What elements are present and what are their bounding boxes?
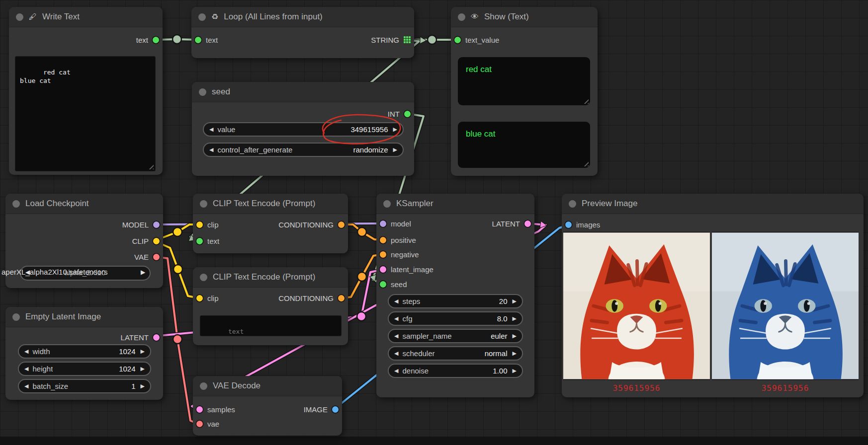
node-header[interactable]: 👁 Show (Text) — [451, 7, 598, 27]
input-dot-latent-image[interactable] — [380, 266, 386, 273]
node-load-checkpoint[interactable]: Load Checkpoint MODEL CLIP VAE aperXL_al… — [5, 194, 163, 288]
node-write-text[interactable]: 🖋 Write Text text red cat blue cat — [9, 7, 163, 175]
increment-arrow[interactable]: ▶ — [141, 348, 145, 355]
output-slot-image[interactable]: IMAGE — [304, 404, 339, 415]
widget-batch-size[interactable]: ◀ batch_size 1 ▶ — [18, 379, 151, 393]
input-slot-text-value[interactable]: text_value — [454, 34, 499, 45]
increment-arrow[interactable]: ▶ — [513, 368, 517, 374]
output-dot-image[interactable] — [332, 406, 339, 413]
input-slot-positive[interactable]: positive — [380, 234, 416, 245]
shown-text-box[interactable]: blue cat — [458, 122, 590, 168]
collapse-dot[interactable] — [383, 200, 391, 208]
reroute-dot[interactable] — [428, 35, 436, 44]
widget-width[interactable]: ◀ width 1024 ▶ — [18, 344, 151, 359]
node-loop[interactable]: ♻ Loop (All Lines from input) text STRIN… — [191, 7, 414, 58]
input-slot-text[interactable]: text — [196, 235, 219, 246]
output-slot-clip[interactable]: CLIP — [132, 235, 160, 246]
increment-arrow[interactable]: ▶ — [513, 333, 517, 339]
preview-red-cat-image[interactable] — [563, 232, 710, 380]
increment-arrow[interactable]: ▶ — [393, 147, 397, 153]
output-dot-vae[interactable] — [153, 254, 160, 260]
input-dot-clip[interactable] — [196, 295, 203, 301]
collapse-dot[interactable] — [200, 382, 207, 390]
output-slot-model[interactable]: MODEL — [122, 219, 160, 230]
output-dot-clip[interactable] — [153, 238, 160, 244]
collapse-dot[interactable] — [200, 274, 207, 281]
increment-arrow[interactable]: ▶ — [513, 350, 517, 357]
node-header[interactable]: Empty Latent Image — [5, 307, 163, 327]
decrement-arrow[interactable]: ◀ — [209, 147, 213, 153]
decrement-arrow[interactable]: ◀ — [394, 315, 398, 322]
output-dot-latent[interactable] — [153, 334, 160, 341]
input-slot-negative[interactable]: negative — [380, 249, 419, 260]
node-header[interactable]: seed — [192, 82, 414, 102]
decrement-arrow[interactable]: ◀ — [394, 368, 398, 374]
collapse-dot[interactable] — [12, 313, 20, 321]
node-ksampler[interactable]: KSampler model positive negative latent_… — [376, 194, 534, 397]
next-checkpoint-arrow[interactable]: ▶ — [141, 269, 145, 276]
output-slot-latent[interactable]: LATENT — [121, 332, 160, 343]
widget-steps[interactable]: ◀ steps 20 ▶ — [388, 294, 523, 308]
node-header[interactable]: KSampler — [376, 194, 534, 214]
widget-scheduler[interactable]: ◀ scheduler normal ▶ — [388, 346, 523, 361]
input-slot-images[interactable]: images — [565, 219, 600, 230]
output-dot-text[interactable] — [153, 37, 159, 43]
collapse-dot[interactable] — [16, 13, 23, 21]
node-empty-latent[interactable]: Empty Latent Image LATENT ◀ width 1024 ▶… — [5, 307, 163, 400]
node-header[interactable]: CLIP Text Encode (Prompt) — [193, 267, 348, 288]
output-slot-conditioning[interactable]: CONDITIONING — [278, 293, 345, 303]
input-slot-latent-image[interactable]: latent_image — [380, 264, 434, 275]
reroute-dot[interactable] — [357, 312, 366, 321]
decrement-arrow[interactable]: ◀ — [24, 348, 28, 355]
input-dot-samples[interactable] — [196, 406, 203, 413]
output-dot-latent[interactable] — [524, 221, 531, 227]
widget-denoise[interactable]: ◀ denoise 1.00 ▶ — [388, 364, 523, 378]
node-header[interactable]: 🖋 Write Text — [9, 7, 163, 27]
node-preview-image[interactable]: Preview Image images — [562, 194, 864, 397]
input-dot-seed[interactable] — [380, 281, 386, 288]
node-vae-decode[interactable]: VAE Decode samples vae IMAGE — [193, 376, 342, 436]
node-header[interactable]: Preview Image — [562, 194, 864, 214]
prompt-text-area[interactable]: text — [200, 315, 342, 336]
output-slot-vae[interactable]: VAE — [134, 251, 160, 262]
node-show-text[interactable]: 👁 Show (Text) text_value red cat blue ca… — [451, 7, 598, 176]
widget-sampler-name[interactable]: ◀ sampler_name euler ▶ — [388, 329, 523, 343]
collapse-dot[interactable] — [198, 13, 206, 21]
increment-arrow[interactable]: ▶ — [513, 315, 517, 322]
input-dot-positive[interactable] — [380, 237, 386, 243]
collapse-dot[interactable] — [200, 200, 207, 208]
input-slot-seed[interactable]: seed — [380, 279, 407, 290]
preview-blue-cat-image[interactable] — [712, 232, 859, 380]
node-seed[interactable]: seed INT ◀ value 349615956 ▶ ◀ control_a… — [192, 82, 414, 176]
output-slot-text[interactable]: text — [136, 34, 159, 45]
reroute-dot[interactable] — [173, 227, 182, 236]
input-slot-clip[interactable]: clip — [196, 219, 219, 230]
decrement-arrow[interactable]: ◀ — [24, 366, 28, 372]
input-dot-vae[interactable] — [196, 421, 203, 427]
collapse-dot[interactable] — [569, 200, 576, 208]
input-dot-text[interactable] — [195, 37, 201, 43]
output-dot-int[interactable] — [404, 111, 411, 117]
input-dot-text-value[interactable] — [454, 37, 461, 43]
output-dot-model[interactable] — [153, 222, 160, 228]
output-slot-string[interactable]: STRING — [371, 34, 411, 45]
output-slot-conditioning[interactable]: CONDITIONING — [278, 219, 345, 230]
reroute-dot[interactable] — [357, 272, 366, 281]
increment-arrow[interactable]: ▶ — [393, 126, 397, 133]
input-slot-vae[interactable]: vae — [196, 418, 219, 429]
output-slot-latent[interactable]: LATENT — [492, 218, 531, 229]
collapse-dot[interactable] — [12, 200, 20, 208]
input-dot-text[interactable] — [196, 238, 203, 244]
output-slot-int[interactable]: INT — [388, 108, 411, 119]
output-dot-conditioning[interactable] — [338, 222, 345, 228]
node-header[interactable]: ♻ Loop (All Lines from input) — [191, 7, 414, 27]
increment-arrow[interactable]: ▶ — [513, 298, 517, 304]
collapse-dot[interactable] — [199, 88, 206, 96]
node-clip-encode-positive[interactable]: CLIP Text Encode (Prompt) clip text COND… — [193, 194, 348, 253]
resize-grip[interactable] — [147, 163, 154, 169]
input-slot-model[interactable]: model — [380, 218, 411, 229]
reroute-dot[interactable] — [357, 227, 366, 236]
reroute-dot[interactable] — [173, 35, 181, 44]
decrement-arrow[interactable]: ◀ — [24, 383, 28, 389]
node-header[interactable]: VAE Decode — [193, 376, 342, 396]
